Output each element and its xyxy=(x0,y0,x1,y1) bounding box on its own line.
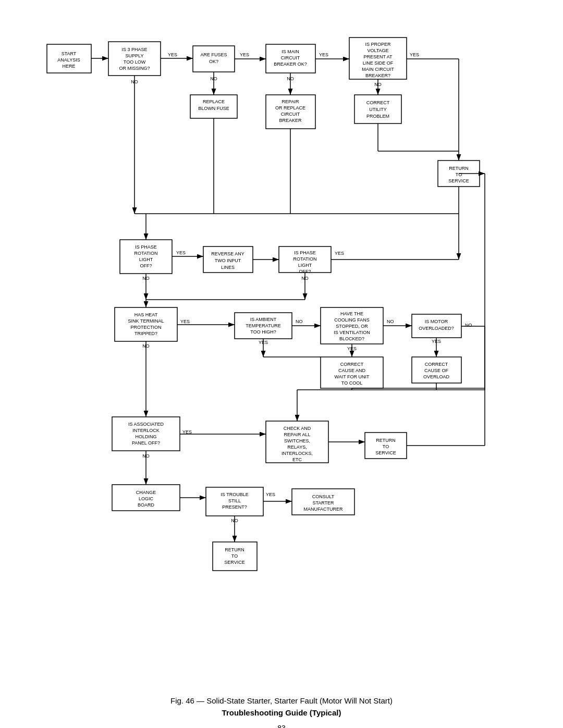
svg-text:LINE SIDE OF: LINE SIDE OF xyxy=(363,60,394,66)
svg-text:CAUSE OF: CAUSE OF xyxy=(424,368,449,373)
svg-text:OVERLOADED?: OVERLOADED? xyxy=(419,326,454,331)
svg-text:NO: NO xyxy=(387,319,394,324)
svg-text:CHANGE: CHANGE xyxy=(136,490,156,495)
svg-text:HERE: HERE xyxy=(62,64,75,69)
svg-text:OK?: OK? xyxy=(209,59,218,64)
svg-text:TO: TO xyxy=(383,444,389,449)
svg-text:OR MISSING?: OR MISSING? xyxy=(119,66,150,71)
svg-text:NO: NO xyxy=(465,323,472,328)
svg-text:TO: TO xyxy=(231,553,238,559)
svg-text:CHECK AND: CHECK AND xyxy=(284,426,311,431)
svg-text:SERVICE: SERVICE xyxy=(224,560,244,565)
svg-text:STILL: STILL xyxy=(228,498,241,503)
svg-text:LOGIC: LOGIC xyxy=(139,496,154,501)
svg-text:SINK TERMINAL: SINK TERMINAL xyxy=(128,318,164,324)
svg-text:TRIPPED?: TRIPPED? xyxy=(134,331,157,336)
svg-text:TO COOL: TO COOL xyxy=(341,380,362,386)
svg-text:LIGHT: LIGHT xyxy=(139,257,153,262)
svg-text:CORRECT: CORRECT xyxy=(340,362,364,367)
svg-text:YES: YES xyxy=(168,52,177,57)
svg-text:STARTER: STARTER xyxy=(312,500,334,505)
svg-text:START: START xyxy=(62,51,77,56)
svg-text:TOO LOW: TOO LOW xyxy=(124,59,146,65)
svg-text:OR REPLACE: OR REPLACE xyxy=(275,105,305,110)
svg-text:SUPPLY: SUPPLY xyxy=(126,53,144,58)
svg-text:HOLDING: HOLDING xyxy=(135,434,156,439)
svg-text:RETURN: RETURN xyxy=(449,166,469,171)
svg-text:REVERSE ANY: REVERSE ANY xyxy=(211,251,244,256)
svg-text:BOARD: BOARD xyxy=(138,502,155,508)
caption-line1: Fig. 46 — Solid-State Starter, Starter F… xyxy=(170,696,393,705)
svg-text:YES: YES xyxy=(266,492,275,497)
svg-text:ANALYSIS: ANALYSIS xyxy=(57,57,80,63)
svg-text:TWO INPUT: TWO INPUT xyxy=(215,258,241,263)
svg-text:RETURN: RETURN xyxy=(376,438,396,443)
svg-text:REPLACE: REPLACE xyxy=(203,99,225,104)
svg-text:IS VENTILATION: IS VENTILATION xyxy=(334,330,370,335)
svg-text:VOLTAGE: VOLTAGE xyxy=(367,48,388,53)
svg-text:PROTECTION: PROTECTION xyxy=(130,325,161,330)
page-container: START ANALYSIS HERE IS 3 PHASE SUPPLY TO… xyxy=(21,0,542,728)
svg-text:CIRCUIT: CIRCUIT xyxy=(281,55,300,60)
svg-text:PRESENT AT: PRESENT AT xyxy=(363,54,393,59)
svg-text:COOLING FANS: COOLING FANS xyxy=(334,317,370,323)
svg-text:CONSULT: CONSULT xyxy=(312,494,335,499)
svg-text:RETURN: RETURN xyxy=(225,547,244,552)
svg-text:IS PHASE: IS PHASE xyxy=(294,250,316,255)
svg-text:TOO HIGH?: TOO HIGH? xyxy=(250,329,276,335)
figure-caption: Fig. 46 — Solid-State Starter, Starter F… xyxy=(31,695,532,719)
svg-text:ROTATION: ROTATION xyxy=(134,251,157,256)
svg-text:PROBLEM: PROBLEM xyxy=(366,114,389,119)
svg-text:REPAIR ALL: REPAIR ALL xyxy=(284,432,311,437)
svg-text:WAIT FOR UNIT: WAIT FOR UNIT xyxy=(335,374,370,379)
svg-text:SWITCHES,: SWITCHES, xyxy=(284,438,310,443)
svg-text:YES: YES xyxy=(176,250,186,255)
svg-text:MANUFACTURER: MANUFACTURER xyxy=(303,507,343,512)
svg-text:ARE FUSES: ARE FUSES xyxy=(200,52,227,57)
svg-text:IS TROUBLE: IS TROUBLE xyxy=(221,492,248,497)
flowchart-svg: START ANALYSIS HERE IS 3 PHASE SUPPLY TO… xyxy=(31,16,532,683)
svg-text:TO: TO xyxy=(456,172,462,177)
svg-text:REPAIR: REPAIR xyxy=(282,99,299,104)
svg-text:CORRECT: CORRECT xyxy=(366,100,390,105)
svg-text:STOPPED, OR: STOPPED, OR xyxy=(336,324,368,329)
svg-text:PANEL OFF?: PANEL OFF? xyxy=(132,440,160,446)
svg-text:UTILITY: UTILITY xyxy=(369,107,387,112)
svg-text:YES: YES xyxy=(335,251,344,256)
svg-text:IS PHASE: IS PHASE xyxy=(135,244,157,250)
svg-text:IS AMBIENT: IS AMBIENT xyxy=(250,317,277,322)
svg-text:IS ASSOCIATED: IS ASSOCIATED xyxy=(128,422,164,427)
caption-line2: Troubleshooting Guide (Typical) xyxy=(222,708,341,717)
svg-text:BREAKER?: BREAKER? xyxy=(365,73,390,78)
svg-text:OVERLOAD: OVERLOAD xyxy=(423,374,450,379)
svg-text:SERVICE: SERVICE xyxy=(375,450,396,455)
svg-text:CORRECT: CORRECT xyxy=(425,362,448,367)
svg-text:CAUSE AND: CAUSE AND xyxy=(338,368,366,373)
svg-text:BLOWN FUSE: BLOWN FUSE xyxy=(198,106,229,111)
svg-text:YES: YES xyxy=(240,52,249,57)
svg-text:YES: YES xyxy=(410,52,419,57)
svg-text:LIGHT: LIGHT xyxy=(298,263,312,268)
svg-text:HAS HEAT: HAS HEAT xyxy=(134,312,158,317)
svg-text:CIRCUIT: CIRCUIT xyxy=(281,112,300,117)
svg-text:BREAKER: BREAKER xyxy=(279,118,302,123)
svg-text:LINES: LINES xyxy=(221,265,235,270)
svg-text:YES: YES xyxy=(319,52,328,57)
svg-text:SERVICE: SERVICE xyxy=(448,178,469,183)
svg-text:OFF?: OFF? xyxy=(140,263,152,268)
svg-text:IS 3 PHASE: IS 3 PHASE xyxy=(121,47,147,52)
svg-text:YES: YES xyxy=(180,319,190,324)
svg-text:ROTATION: ROTATION xyxy=(293,256,316,262)
svg-text:IS MOTOR: IS MOTOR xyxy=(425,319,448,324)
svg-text:RELAYS,: RELAYS, xyxy=(287,445,307,450)
svg-text:IS MAIN: IS MAIN xyxy=(282,49,299,54)
svg-text:INTERLOCKS,: INTERLOCKS, xyxy=(282,451,313,456)
page-number: 83 xyxy=(31,724,532,728)
svg-text:IS PROPER: IS PROPER xyxy=(365,42,391,47)
svg-text:NO: NO xyxy=(296,319,303,324)
svg-text:MAIN CIRCUIT: MAIN CIRCUIT xyxy=(362,67,394,72)
svg-text:INTERLOCK: INTERLOCK xyxy=(132,428,160,433)
svg-text:TEMPERATURE: TEMPERATURE xyxy=(246,323,280,328)
svg-text:ETC: ETC xyxy=(292,457,302,462)
svg-text:BLOCKED?: BLOCKED? xyxy=(339,336,364,341)
